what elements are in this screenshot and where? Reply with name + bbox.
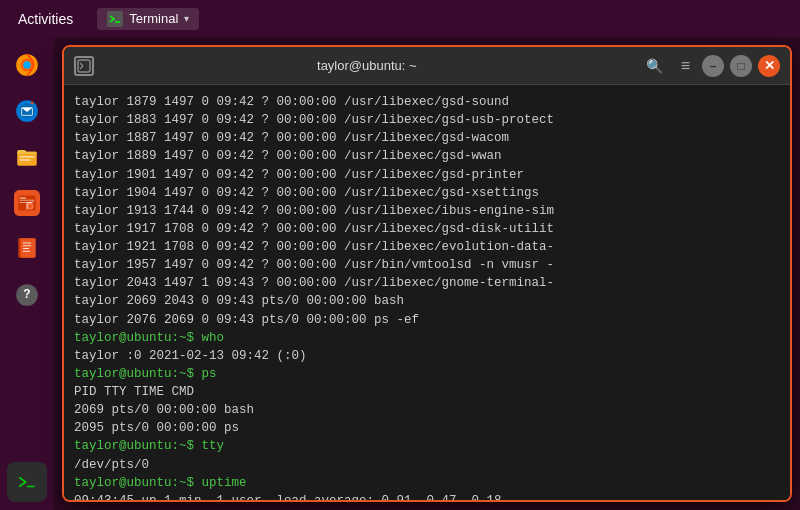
terminal-content[interactable]: taylor 1879 1497 0 09:42 ? 00:00:00 /usr… [64, 85, 790, 500]
ps-prompt-line: taylor@ubuntu:~$ ps [74, 365, 780, 383]
terminal-window: taylor@ubuntu: ~ 🔍 ≡ – □ ✕ taylor 1879 1… [62, 45, 792, 502]
menu-button[interactable]: ≡ [675, 55, 696, 77]
ps-header: PID TTY TIME CMD [74, 383, 780, 401]
process-output: taylor 1879 1497 0 09:42 ? 00:00:00 /usr… [74, 93, 780, 329]
process-line: taylor 2076 2069 0 09:43 pts/0 00:00:00 … [74, 311, 780, 329]
svg-rect-14 [19, 200, 34, 201]
process-line: taylor 1957 1497 0 09:42 ? 00:00:00 /usr… [74, 256, 780, 274]
terminal-titlebar-icon [74, 56, 94, 76]
search-button[interactable]: 🔍 [640, 56, 669, 76]
svg-rect-13 [19, 198, 26, 199]
main-area: ? [0, 37, 800, 510]
prompt-uptime: taylor@ubuntu:~$ uptime [74, 476, 247, 490]
sidebar: ? [0, 37, 54, 510]
process-line: taylor 2069 2043 0 09:43 pts/0 00:00:00 … [74, 292, 780, 310]
process-line: taylor 1917 1708 0 09:42 ? 00:00:00 /usr… [74, 220, 780, 238]
tty-output: /dev/pts/0 [74, 456, 780, 474]
process-line: taylor 1904 1497 0 09:42 ? 00:00:00 /usr… [74, 184, 780, 202]
svg-rect-30 [78, 60, 90, 72]
svg-point-4 [23, 61, 31, 69]
svg-rect-23 [23, 245, 32, 246]
svg-rect-10 [19, 159, 30, 161]
ps-row: 2069 pts/0 00:00:00 bash [74, 401, 780, 419]
svg-line-32 [80, 66, 83, 69]
sidebar-item-files[interactable] [7, 137, 47, 177]
terminal-titlebar: taylor@ubuntu: ~ 🔍 ≡ – □ ✕ [64, 47, 790, 85]
process-line: taylor 1913 1744 0 09:42 ? 00:00:00 /usr… [74, 202, 780, 220]
chevron-down-icon: ▾ [184, 13, 189, 24]
terminal-title: taylor@ubuntu: ~ [94, 58, 640, 73]
title-left [74, 56, 94, 76]
process-line: taylor 1921 1708 0 09:42 ? 00:00:00 /usr… [74, 238, 780, 256]
tty-prompt-line: taylor@ubuntu:~$ tty [74, 437, 780, 455]
terminal-menu-label: Terminal [129, 11, 178, 26]
terminal-menu-button[interactable]: Terminal ▾ [97, 8, 199, 30]
prompt-tty: taylor@ubuntu:~$ tty [74, 439, 224, 453]
terminal-small-icon [107, 11, 123, 27]
activities-button[interactable]: Activities [10, 7, 81, 31]
uptime-prompt-line: taylor@ubuntu:~$ uptime [74, 474, 780, 492]
content-area: taylor@ubuntu: ~ 🔍 ≡ – □ ✕ taylor 1879 1… [54, 37, 800, 510]
svg-rect-28 [14, 469, 40, 495]
svg-rect-21 [21, 238, 36, 257]
who-output: taylor :0 2021-02-13 09:42 (:0) [74, 347, 780, 365]
prompt-who: taylor@ubuntu:~$ who [74, 331, 224, 345]
svg-point-17 [29, 205, 32, 208]
sidebar-item-docs[interactable] [7, 229, 47, 269]
svg-rect-25 [23, 251, 31, 252]
svg-rect-24 [23, 248, 30, 249]
sidebar-item-firefox[interactable] [7, 45, 47, 85]
ps-rows: 2069 pts/0 00:00:00 bash 2095 pts/0 00:0… [74, 401, 780, 437]
maximize-button[interactable]: □ [730, 55, 752, 77]
process-line: taylor 1901 1497 0 09:42 ? 00:00:00 /usr… [74, 166, 780, 184]
svg-rect-22 [23, 243, 32, 244]
svg-line-31 [80, 63, 83, 66]
svg-rect-9 [19, 156, 34, 158]
sidebar-item-terminal[interactable] [7, 462, 47, 502]
uptime-output: 09:43:45 up 1 min, 1 user, load average:… [74, 492, 780, 500]
svg-text:?: ? [23, 287, 30, 301]
process-line: taylor 2043 1497 1 09:43 ? 00:00:00 /usr… [74, 274, 780, 292]
close-button[interactable]: ✕ [758, 55, 780, 77]
process-line: taylor 1879 1497 0 09:42 ? 00:00:00 /usr… [74, 93, 780, 111]
sidebar-item-music[interactable] [7, 183, 47, 223]
titlebar-controls: 🔍 ≡ – □ ✕ [640, 55, 780, 77]
minimize-button[interactable]: – [702, 55, 724, 77]
process-line: taylor 1887 1497 0 09:42 ? 00:00:00 /usr… [74, 129, 780, 147]
ps-row: 2095 pts/0 00:00:00 ps [74, 419, 780, 437]
process-line: taylor 1883 1497 0 09:42 ? 00:00:00 /usr… [74, 111, 780, 129]
prompt-ps: taylor@ubuntu:~$ ps [74, 367, 217, 381]
process-line: taylor 1889 1497 0 09:42 ? 00:00:00 /usr… [74, 147, 780, 165]
topbar: Activities Terminal ▾ [0, 0, 800, 37]
sidebar-item-mail[interactable] [7, 91, 47, 131]
who-prompt-line: taylor@ubuntu:~$ who [74, 329, 780, 347]
sidebar-item-help[interactable]: ? [7, 275, 47, 315]
